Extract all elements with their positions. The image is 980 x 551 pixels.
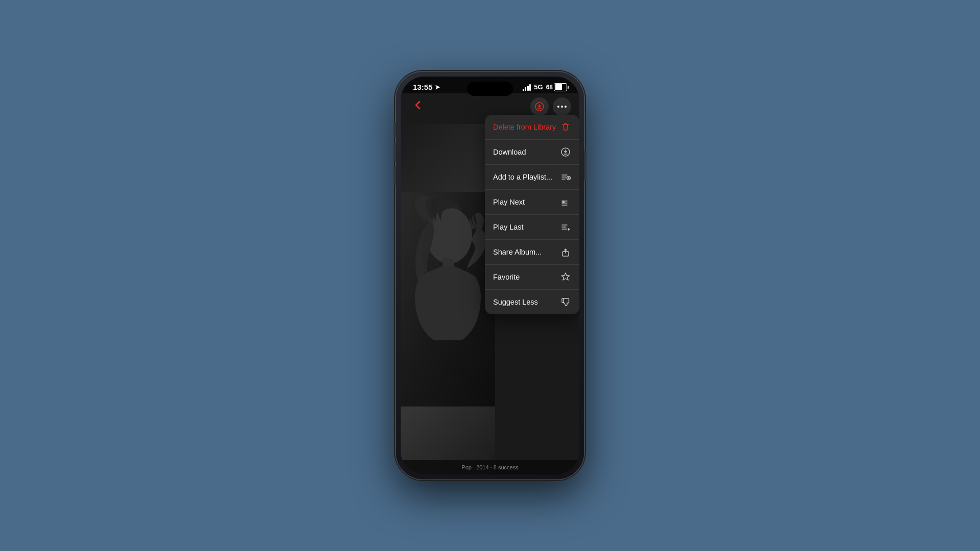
more-button[interactable] xyxy=(553,97,571,116)
menu-item-download[interactable]: Download xyxy=(485,140,579,165)
network-type: 5G xyxy=(534,83,543,91)
main-content: Delete from Library Download xyxy=(401,93,579,474)
menu-item-delete-library[interactable]: Delete from Library xyxy=(485,115,579,140)
svg-point-2 xyxy=(561,106,563,108)
silent-button[interactable] xyxy=(394,122,396,137)
nav-right-controls xyxy=(530,97,571,116)
volume-down-button[interactable] xyxy=(394,166,396,185)
menu-item-play-last[interactable]: Play Last xyxy=(485,215,579,240)
play-next-label: Play Next xyxy=(493,198,525,206)
power-button[interactable] xyxy=(584,151,586,181)
add-to-list-icon xyxy=(560,171,571,183)
play-last-label: Play Last xyxy=(493,223,524,231)
location-icon: ➤ xyxy=(435,84,440,91)
signal-icon xyxy=(523,84,531,91)
phone-frame: 13:55 ➤ 5G 68 xyxy=(396,71,584,480)
share-album-label: Share Album... xyxy=(493,248,542,256)
download-label: Download xyxy=(493,148,526,156)
trash-icon xyxy=(560,121,571,133)
album-artwork xyxy=(401,124,495,474)
menu-item-play-next[interactable]: Play Next xyxy=(485,190,579,215)
status-icons: 5G 68 xyxy=(523,83,567,91)
delete-library-label: Delete from Library xyxy=(493,123,556,131)
thumbs-down-icon xyxy=(560,296,571,308)
back-button[interactable] xyxy=(409,98,427,115)
add-playlist-label: Add to a Playlist... xyxy=(493,173,552,181)
battery-area: 68 xyxy=(546,83,567,91)
play-last-icon xyxy=(560,221,571,233)
context-menu: Delete from Library Download xyxy=(485,115,579,314)
download-button[interactable] xyxy=(530,97,549,116)
menu-item-suggest-less[interactable]: Suggest Less xyxy=(485,290,579,314)
menu-item-favorite[interactable]: Favorite xyxy=(485,265,579,290)
download-circle-icon xyxy=(560,146,571,158)
dynamic-island xyxy=(467,82,513,96)
album-art-area xyxy=(401,124,495,474)
share-icon xyxy=(560,246,571,258)
favorite-label: Favorite xyxy=(493,273,520,281)
svg-point-3 xyxy=(565,106,567,108)
suggest-less-label: Suggest Less xyxy=(493,298,538,306)
svg-point-1 xyxy=(557,106,559,108)
menu-item-add-playlist[interactable]: Add to a Playlist... xyxy=(485,165,579,190)
battery-level-text: 68 xyxy=(546,84,553,91)
phone-screen: 13:55 ➤ 5G 68 xyxy=(401,77,579,474)
status-time-area: 13:55 ➤ xyxy=(413,83,440,91)
time-display: 13:55 xyxy=(413,83,432,91)
volume-up-button[interactable] xyxy=(394,143,396,161)
battery-icon xyxy=(554,83,567,91)
menu-item-share-album[interactable]: Share Album... xyxy=(485,240,579,265)
bottom-info-bar: Pop · 2014 · 8 success xyxy=(401,460,579,474)
album-meta-text: Pop · 2014 · 8 success xyxy=(461,464,518,470)
play-next-icon xyxy=(560,196,571,208)
star-icon xyxy=(560,271,571,283)
